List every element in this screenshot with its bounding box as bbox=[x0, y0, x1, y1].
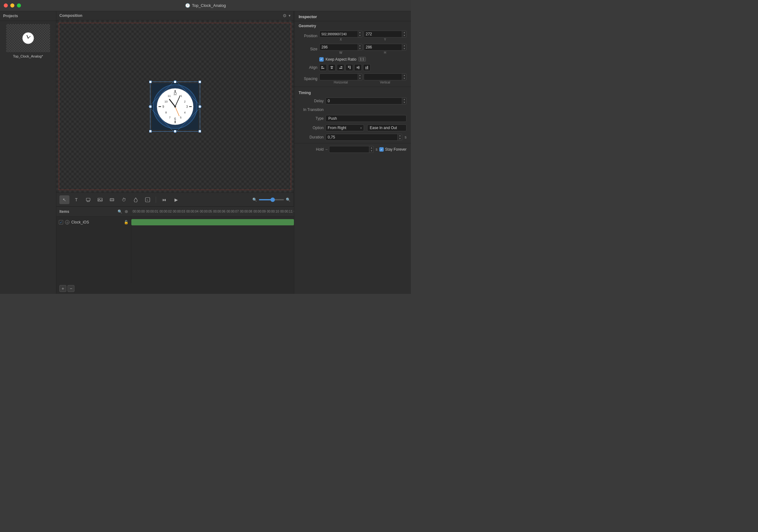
option-easing-field[interactable]: Ease In and Out bbox=[367, 124, 407, 131]
size-w-value[interactable]: 286 bbox=[319, 44, 358, 50]
lottie-tool[interactable]: L bbox=[143, 195, 153, 204]
size-h-value[interactable]: 286 bbox=[364, 44, 402, 50]
project-name[interactable]: Top_Clock_Analog* bbox=[0, 53, 56, 59]
position-x-stepper[interactable]: ▴ ▾ bbox=[358, 31, 362, 38]
remove-item-button[interactable]: − bbox=[68, 285, 74, 292]
clock-tool[interactable]: ⏱ bbox=[119, 195, 129, 204]
zoom-in-icon[interactable]: 🔍 bbox=[286, 198, 291, 202]
minimize-button[interactable] bbox=[10, 3, 15, 8]
canvas-area[interactable]: 12 6 9 3 11 1 10 2 8 4 7 5 bbox=[56, 20, 293, 192]
broadcast-tool[interactable] bbox=[83, 195, 93, 204]
size-w-stepper[interactable]: ▴ ▾ bbox=[358, 44, 362, 50]
stepper-up-icon[interactable]: ▴ bbox=[369, 146, 373, 150]
spacing-v-stepper[interactable]: ▴ ▾ bbox=[402, 74, 406, 80]
green-track[interactable] bbox=[131, 219, 294, 225]
align-center-h-button[interactable] bbox=[328, 64, 335, 71]
stepper-down-icon[interactable]: ▾ bbox=[402, 77, 406, 80]
timeline-tracks[interactable] bbox=[131, 216, 294, 283]
handle-middle-left[interactable] bbox=[149, 105, 152, 108]
handle-middle-bottom[interactable] bbox=[174, 130, 176, 133]
align-right-button[interactable] bbox=[337, 64, 344, 71]
composition-panel: Composition ⚙ ▾ bbox=[56, 11, 294, 206]
position-y-value[interactable]: 272 bbox=[364, 31, 402, 38]
timescale-11: 00:00:11 bbox=[279, 210, 293, 213]
stepper-up-icon[interactable]: ▴ bbox=[358, 74, 362, 77]
lock-icon[interactable]: 🔓 bbox=[124, 220, 128, 224]
search-icon[interactable]: 🔍 bbox=[118, 210, 122, 214]
stepper-up-icon[interactable]: ▴ bbox=[402, 74, 406, 77]
play-button[interactable]: ▶ bbox=[171, 195, 181, 204]
project-thumbnail[interactable] bbox=[6, 24, 50, 52]
add-item-button[interactable]: + bbox=[59, 285, 66, 292]
type-field[interactable]: Push bbox=[326, 115, 406, 122]
duration-value[interactable]: 0,75 bbox=[326, 134, 398, 141]
stepper-down-icon[interactable]: ▾ bbox=[398, 137, 402, 140]
hold-value[interactable] bbox=[329, 146, 370, 153]
handle-bottom-left[interactable] bbox=[149, 130, 152, 133]
stepper-up-icon[interactable]: ▴ bbox=[398, 134, 402, 137]
stepper-up-icon[interactable]: ▴ bbox=[358, 31, 362, 34]
center-section: Composition ⚙ ▾ bbox=[56, 11, 294, 294]
stepper-down-icon[interactable]: ▾ bbox=[358, 47, 362, 50]
item-checkbox[interactable]: ✓ bbox=[59, 220, 63, 224]
handle-bottom-right[interactable] bbox=[198, 130, 201, 133]
h-label: H bbox=[364, 51, 407, 54]
align-row: Align bbox=[294, 63, 411, 72]
align-left-button[interactable] bbox=[319, 64, 327, 71]
position-y-stepper[interactable]: ▴ ▾ bbox=[402, 31, 406, 38]
handle-top-left[interactable] bbox=[149, 81, 152, 83]
delay-stepper[interactable]: ▴ ▾ bbox=[402, 98, 406, 104]
stay-forever-checkbox[interactable]: ✓ bbox=[379, 147, 384, 151]
timeline-content: ✓ ◎ Clock_iOS 🔓 bbox=[56, 216, 294, 283]
spacing-h-stepper[interactable]: ▴ ▾ bbox=[358, 74, 362, 80]
list-item[interactable]: ✓ ◎ Clock_iOS 🔓 bbox=[56, 218, 131, 227]
clock-element[interactable]: 12 6 9 3 11 1 10 2 8 4 7 5 bbox=[152, 83, 198, 130]
svg-rect-39 bbox=[322, 68, 324, 69]
zoom-out-icon[interactable]: 🔍 bbox=[252, 198, 257, 202]
option-dropdown[interactable]: From Right ▾ bbox=[326, 124, 364, 131]
stepper-up-icon[interactable]: ▴ bbox=[402, 31, 406, 34]
delay-value[interactable]: 0 bbox=[326, 98, 402, 104]
align-top-button[interactable] bbox=[346, 64, 353, 71]
align-bottom-button[interactable] bbox=[363, 64, 370, 71]
zoom-slider-thumb[interactable] bbox=[270, 198, 275, 202]
stepper-down-icon[interactable]: ▾ bbox=[358, 34, 362, 37]
stepper-down-icon[interactable]: ▾ bbox=[358, 77, 362, 80]
zoom-slider[interactable] bbox=[259, 199, 284, 200]
align-middle-v-button[interactable] bbox=[354, 64, 362, 71]
timescale-07: 00:00:07 bbox=[225, 210, 239, 213]
stepper-up-icon[interactable]: ▴ bbox=[358, 44, 362, 47]
position-label: Position bbox=[299, 34, 317, 38]
section-divider bbox=[294, 86, 411, 87]
stepper-down-icon[interactable]: ▾ bbox=[402, 47, 406, 50]
position-x-value[interactable]: 502,99999697240 bbox=[319, 31, 358, 38]
chevron-down-icon[interactable]: ▾ bbox=[289, 14, 291, 18]
close-button[interactable] bbox=[4, 3, 8, 8]
film-tool[interactable] bbox=[107, 195, 117, 204]
filter-icon[interactable]: ◎ bbox=[125, 210, 128, 214]
stepper-down-icon[interactable]: ▾ bbox=[402, 34, 406, 37]
track-bar bbox=[131, 218, 294, 227]
spacing-h-value[interactable] bbox=[319, 74, 358, 80]
drop-tool[interactable] bbox=[131, 195, 141, 204]
stepper-up-icon[interactable]: ▴ bbox=[402, 98, 406, 101]
duration-stepper[interactable]: ▴ ▾ bbox=[398, 134, 402, 141]
traffic-lights[interactable] bbox=[4, 3, 21, 8]
handle-middle-right[interactable] bbox=[198, 105, 201, 108]
stepper-up-icon[interactable]: ▴ bbox=[402, 44, 406, 47]
spacing-h-field-group: ▴ ▾ bbox=[319, 74, 362, 80]
handle-top-right[interactable] bbox=[198, 81, 201, 83]
stepper-down-icon[interactable]: ▾ bbox=[369, 150, 373, 152]
stepper-down-icon[interactable]: ▾ bbox=[402, 101, 406, 104]
size-h-stepper[interactable]: ▴ ▾ bbox=[402, 44, 406, 50]
select-tool[interactable]: ↖ bbox=[59, 195, 69, 204]
keep-aspect-checkbox[interactable]: ✓ bbox=[319, 57, 324, 62]
hold-stepper[interactable]: ▴ ▾ bbox=[369, 146, 374, 153]
maximize-button[interactable] bbox=[17, 3, 21, 8]
spacing-v-value[interactable] bbox=[364, 74, 402, 80]
image-tool[interactable] bbox=[95, 195, 105, 204]
handle-middle-top[interactable] bbox=[174, 81, 176, 83]
gear-icon[interactable]: ⚙ bbox=[283, 13, 287, 18]
skip-back-button[interactable]: ⏮ bbox=[159, 195, 169, 204]
text-tool[interactable]: T bbox=[71, 195, 81, 204]
